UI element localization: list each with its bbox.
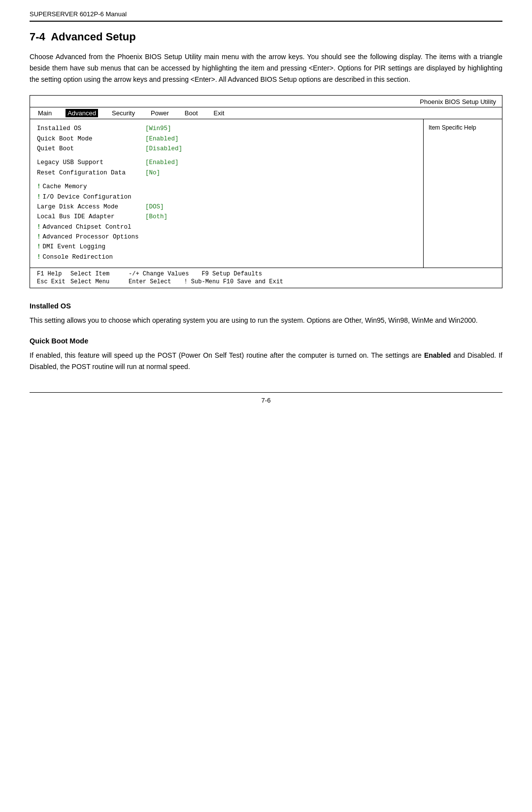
page-number: 7-6 (262, 397, 271, 404)
bios-footer-col-1: F1 Help Select Item -/+ Change Values F9… (37, 271, 283, 285)
header-title: SUPERSERVER 6012P-6 Manual (30, 10, 127, 18)
bios-nav-power[interactable]: Power (149, 109, 171, 117)
bios-row-advanced-chipset[interactable]: ! Advanced Chipset Control (37, 223, 416, 232)
installed-os-text: This setting allows you to choose which … (30, 315, 502, 326)
bios-row-local-bus-ide: Local Bus IDE Adapter [Both] (37, 212, 416, 222)
page-container: SUPERSERVER 6012P-6 Manual 7-4 Advanced … (0, 0, 532, 812)
bios-row-advanced-processor[interactable]: ! Advanced Processor Options (37, 233, 416, 242)
bios-content: Installed OS [Win95] Quick Boot Mode [En… (30, 119, 502, 268)
bios-footer-esc-enter: Enter Select (129, 278, 171, 285)
quick-boot-text: If enabled, this feature will speed up t… (30, 350, 502, 372)
bios-row-io-device[interactable]: ! I/O Device Configuration (37, 193, 416, 202)
bios-main: Installed OS [Win95] Quick Boot Mode [En… (30, 119, 423, 268)
bios-footer-f1-row: F1 Help Select Item -/+ Change Values F9… (37, 271, 283, 277)
header-bar: SUPERSERVER 6012P-6 Manual (30, 10, 502, 22)
bios-title: Phoenix BIOS Setup Utility (420, 98, 496, 105)
bios-help-label: Item Specific Help (429, 124, 476, 131)
bios-row-cache-memory[interactable]: ! Cache Memory (37, 182, 416, 192)
bios-row-installed-os: Installed OS [Win95] (37, 124, 416, 134)
quick-boot-section: Quick Boot Mode If enabled, this feature… (30, 337, 502, 372)
bios-nav-row: Main Advanced Security Power Boot Exit (30, 107, 502, 119)
bios-footer-f1-desc: Select Item (70, 271, 125, 277)
installed-os-title: Installed OS (30, 302, 502, 310)
bios-help-panel: Item Specific Help (423, 119, 502, 268)
bios-footer-esc-key: Esc Exit (37, 278, 66, 285)
bios-nav-security[interactable]: Security (110, 109, 137, 117)
bios-nav-exit[interactable]: Exit (212, 109, 227, 117)
bios-footer-f9: F9 Setup Defaults (201, 271, 262, 277)
bios-title-row: Phoenix BIOS Setup Utility (30, 96, 502, 107)
bios-spacer-1 (37, 154, 416, 158)
bios-row-legacy-usb: Legacy USB Support [Enabled] (37, 158, 416, 168)
page-footer: 7-6 (30, 392, 502, 404)
intro-text: Choose Advanced from the Phoenix BIOS Se… (30, 51, 502, 85)
bios-footer-f10: ! Sub-Menu F10 Save and Exit (184, 278, 283, 285)
section-title: 7-4 Advanced Setup (30, 31, 502, 43)
bios-row-quick-boot: Quick Boot Mode [Enabled] (37, 135, 416, 144)
bios-footer-f1-key: F1 Help (37, 271, 66, 277)
bios-nav-main[interactable]: Main (36, 109, 54, 117)
bios-footer-f1-change: -/+ Change Values (129, 271, 189, 277)
bios-row-large-disk: Large Disk Access Mode [DOS] (37, 203, 416, 212)
bios-spacer-2 (37, 178, 416, 182)
bios-nav-boot[interactable]: Boot (183, 109, 200, 117)
bios-row-quiet-boot: Quiet Boot [Disabled] (37, 144, 416, 154)
bios-row-console-redirect[interactable]: ! Console Redirection (37, 253, 416, 262)
quick-boot-title: Quick Boot Mode (30, 337, 502, 345)
bios-row-reset-config: Reset Configuration Data [No] (37, 169, 416, 178)
bios-box: Phoenix BIOS Setup Utility Main Advanced… (30, 95, 502, 288)
bios-footer: F1 Help Select Item -/+ Change Values F9… (30, 268, 502, 288)
installed-os-section: Installed OS This setting allows you to … (30, 302, 502, 326)
bios-row-dmi-event[interactable]: ! DMI Event Logging (37, 242, 416, 252)
bios-footer-esc-row: Esc Exit Select Menu Enter Select ! Sub-… (37, 278, 283, 285)
bios-footer-esc-desc: Select Menu (70, 278, 125, 285)
bios-nav-advanced[interactable]: Advanced (66, 109, 98, 117)
